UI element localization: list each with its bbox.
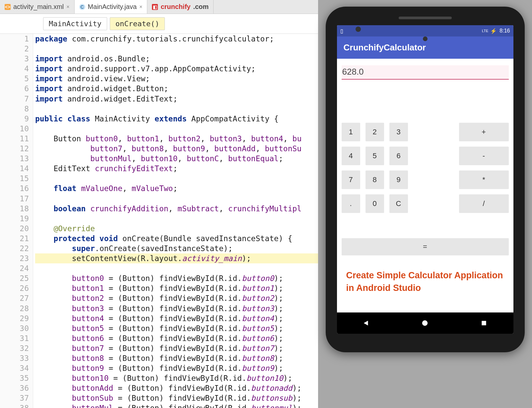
line-number: 33	[0, 353, 29, 363]
line-number: 26	[0, 283, 29, 293]
status-bar: ▯ LTE ⚡ 8:16	[337, 25, 513, 36]
xml-file-icon: <>	[5, 4, 11, 10]
battery-icon: ⚡	[490, 28, 497, 34]
line-number-gutter: 1234567891011121314151617181920212223242…	[0, 34, 33, 408]
line-number: 14	[0, 164, 29, 173]
key-8[interactable]: 8	[366, 170, 384, 189]
line-number: 30	[0, 323, 29, 333]
line-number: 2	[0, 44, 29, 54]
calculator-keypad: 123+456-789*.0C/=	[337, 80, 513, 265]
clock-label: 8:16	[499, 28, 510, 34]
line-number: 12	[0, 144, 29, 154]
svg-point-0	[422, 320, 428, 326]
calculator-display[interactable]	[342, 65, 509, 80]
line-number: 29	[0, 313, 29, 323]
line-number: 24	[0, 263, 29, 273]
caption-text: Create Simple Calculator Application in …	[337, 265, 513, 301]
back-icon[interactable]	[362, 319, 370, 327]
line-number: 16	[0, 183, 29, 193]
line-number: 31	[0, 333, 29, 343]
line-number: 5	[0, 74, 29, 84]
line-number: 36	[0, 383, 29, 393]
key-5[interactable]: 5	[366, 147, 384, 165]
line-number: 28	[0, 304, 29, 313]
key-4[interactable]: 4	[342, 147, 360, 165]
android-nav-bar	[337, 312, 513, 334]
emulator-panel: ▯ LTE ⚡ 8:16 CrunchifyCalculator 123+456…	[318, 0, 532, 408]
tab-activity-main-xml[interactable]: <> activity_main.xml ×	[0, 0, 75, 14]
home-icon[interactable]	[421, 319, 429, 327]
key--[interactable]: -	[459, 147, 509, 165]
key-1[interactable]: 1	[342, 123, 360, 141]
line-number: 13	[0, 154, 29, 164]
line-number: 37	[0, 393, 29, 403]
line-number: 32	[0, 343, 29, 353]
tab-mainactivity-java[interactable]: C MainActivity.java ×	[75, 0, 148, 14]
breadcrumb-class[interactable]: MainActivity	[43, 17, 107, 30]
key-7[interactable]: 7	[342, 170, 360, 189]
key-/[interactable]: /	[459, 194, 509, 213]
key-.[interactable]: .	[342, 194, 360, 213]
line-number: 38	[0, 403, 29, 408]
tab-label: activity_main.xml	[13, 3, 64, 11]
line-number: 17	[0, 194, 29, 204]
svg-rect-1	[482, 321, 486, 325]
recent-apps-icon[interactable]	[480, 319, 488, 327]
key-*[interactable]: *	[459, 170, 509, 189]
line-number: 34	[0, 363, 29, 373]
line-number: 10	[0, 124, 29, 134]
line-number: 6	[0, 84, 29, 94]
line-number: 4	[0, 64, 29, 74]
key-3[interactable]: 3	[389, 123, 408, 141]
line-number: 22	[0, 243, 29, 253]
line-number: 21	[0, 234, 29, 243]
sim-icon: ▯	[340, 28, 343, 34]
key-C[interactable]: C	[389, 194, 408, 213]
line-number: 18	[0, 204, 29, 214]
network-label: LTE	[482, 29, 488, 33]
line-number: 15	[0, 173, 29, 183]
line-number: 3	[0, 54, 29, 64]
close-icon[interactable]: ×	[66, 4, 69, 10]
key-2[interactable]: 2	[366, 123, 384, 141]
breadcrumb-method[interactable]: onCreate()	[110, 17, 165, 30]
key-6[interactable]: 6	[389, 147, 408, 165]
key-9[interactable]: 9	[389, 170, 408, 189]
key-0[interactable]: 0	[366, 194, 384, 213]
line-number: 20	[0, 224, 29, 234]
tab-crunchify-site[interactable]: ◧ crunchify.com	[147, 0, 214, 14]
line-number: 25	[0, 273, 29, 283]
tab-label: MainActivity.java	[88, 3, 137, 11]
key-equals[interactable]: =	[342, 238, 509, 255]
line-number: 23	[0, 253, 29, 263]
key-+[interactable]: +	[459, 123, 509, 141]
line-number: 11	[0, 134, 29, 144]
camera-icon	[356, 27, 361, 32]
phone-screen: ▯ LTE ⚡ 8:16 CrunchifyCalculator 123+456…	[337, 25, 513, 334]
line-number: 8	[0, 104, 29, 114]
phone-frame: ▯ LTE ⚡ 8:16 CrunchifyCalculator 123+456…	[326, 7, 525, 352]
line-number: 27	[0, 293, 29, 303]
crunchify-icon: ◧	[152, 4, 158, 10]
app-bar-title: CrunchifyCalculator	[337, 36, 513, 59]
line-number: 19	[0, 214, 29, 224]
close-icon[interactable]: ×	[139, 4, 142, 10]
java-file-icon: C	[79, 4, 85, 10]
line-number: 7	[0, 94, 29, 104]
tab-label: crunchify	[161, 3, 190, 11]
line-number: 35	[0, 373, 29, 383]
line-number: 1	[0, 34, 29, 44]
line-number: 9	[0, 114, 29, 124]
